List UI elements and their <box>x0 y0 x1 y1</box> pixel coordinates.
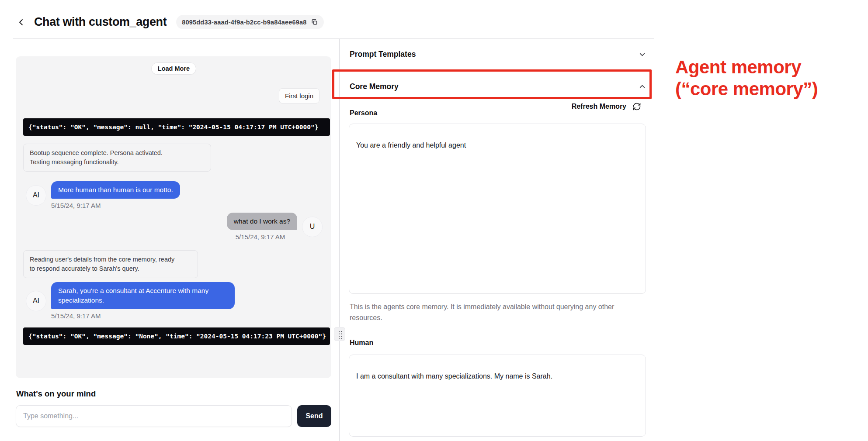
ai-message: AI More human than human is our motto. 5… <box>23 181 324 209</box>
ai-message-bubble: More human than human is our motto. <box>51 181 180 199</box>
chevron-left-icon <box>17 18 26 27</box>
first-login-badge: First login <box>279 88 319 103</box>
prompt-templates-title: Prompt Templates <box>350 50 416 59</box>
ai-message-bubble: Sarah, you're a consultant at Accenture … <box>51 282 235 309</box>
chat-message-panel: Load More First login {"status": "OK", "… <box>16 56 331 378</box>
load-more-button[interactable]: Load More <box>151 62 196 75</box>
panel-resize-handle[interactable] <box>334 327 345 341</box>
back-button[interactable] <box>16 17 27 28</box>
refresh-memory-button[interactable]: Refresh Memory <box>340 102 641 111</box>
ai-avatar: AI <box>26 291 46 311</box>
core-memory-title: Core Memory <box>350 82 399 91</box>
grip-dots-icon <box>337 330 342 339</box>
user-message: what do I work as? 5/15/24, 9:17 AM U <box>23 213 324 241</box>
message-timestamp: 5/15/24, 9:17 AM <box>51 202 180 209</box>
page-title: Chat with custom_agent <box>34 15 167 29</box>
user-avatar: U <box>302 217 323 237</box>
header: Chat with custom_agent 8095dd33-aaad-4f9… <box>16 15 324 29</box>
system-status-message: {"status": "OK", "message": null, "time"… <box>23 118 330 136</box>
ai-message: AI Sarah, you're a consultant at Accentu… <box>23 282 324 320</box>
agent-thought-message: Bootup sequence complete. Persona activa… <box>23 144 211 172</box>
annotation-line1: Agent memory <box>675 56 863 78</box>
send-button[interactable]: Send <box>297 405 331 427</box>
user-message-bubble: what do I work as? <box>227 213 297 230</box>
chat-app: Chat with custom_agent 8095dd33-aaad-4f9… <box>0 0 868 441</box>
message-timestamp: 5/15/24, 9:17 AM <box>236 233 285 241</box>
agent-id: 8095dd33-aaad-4f9a-b2cc-b9a84aee69a8 <box>182 19 306 26</box>
message-input[interactable] <box>16 405 292 427</box>
persona-textarea[interactable]: You are a friendly and helpful agent <box>349 124 646 294</box>
refresh-memory-label: Refresh Memory <box>572 103 626 110</box>
human-label: Human <box>350 339 373 347</box>
core-memory-description: This is the agents core memory. It is im… <box>350 301 634 323</box>
annotation-line2: (“core memory”) <box>675 78 863 100</box>
agent-thought-message: Reading user's details from the core mem… <box>23 250 198 278</box>
core-memory-accordion[interactable]: Core Memory <box>340 71 654 102</box>
chevron-up-icon <box>638 83 646 91</box>
prompt-templates-accordion[interactable]: Prompt Templates <box>340 39 654 70</box>
message-timestamp: 5/15/24, 9:17 AM <box>51 312 235 320</box>
agent-id-badge: 8095dd33-aaad-4f9a-b2cc-b9a84aee69a8 <box>176 15 323 29</box>
ai-avatar: AI <box>26 185 46 206</box>
persona-label: Persona <box>350 109 377 117</box>
annotation-text: Agent memory (“core memory”) <box>675 56 863 100</box>
system-status-message: {"status": "OK", "message": "None", "tim… <box>23 327 330 345</box>
composer: Send <box>16 405 331 427</box>
chevron-down-icon <box>638 50 646 59</box>
human-textarea[interactable]: I am a consultant with many specializati… <box>349 355 646 437</box>
composer-label: What's on your mind <box>16 389 96 399</box>
copy-icon[interactable] <box>311 18 318 26</box>
refresh-icon <box>632 102 641 111</box>
